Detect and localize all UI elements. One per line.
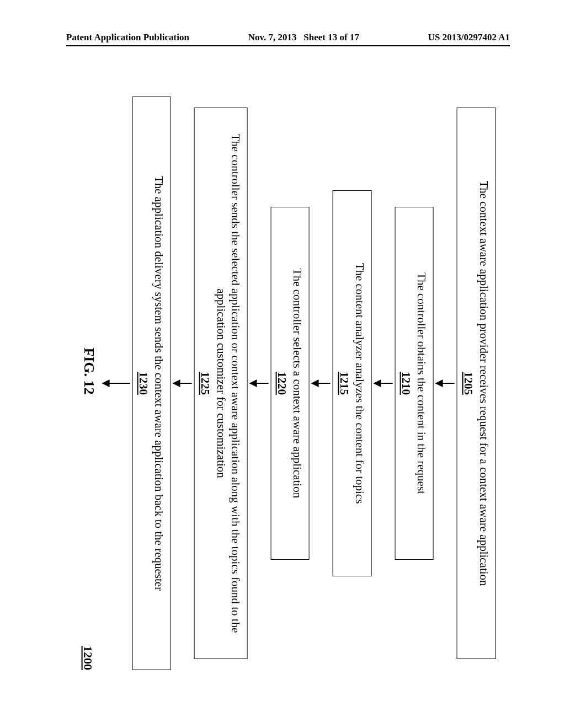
flow-step-ref: 1205 bbox=[461, 120, 475, 646]
flow-arrow bbox=[312, 383, 331, 384]
flow-step-text: The controller selects a context aware a… bbox=[291, 269, 304, 498]
flow-arrow bbox=[250, 383, 269, 384]
flow-step-text: The context aware application provider r… bbox=[477, 180, 491, 586]
flow-step-1230: The application delivery system sends th… bbox=[132, 97, 171, 670]
flow-step-text: The application delivery system sends th… bbox=[152, 176, 166, 591]
flow-step-text: The controller sends the selected applic… bbox=[214, 133, 242, 633]
flow-step-1225: The controller sends the selected applic… bbox=[194, 108, 248, 659]
header-pub-number: US 2013/0297402 A1 bbox=[428, 32, 510, 43]
flow-step-1210: The controller obtains the content in th… bbox=[395, 207, 434, 560]
figure-footer: FIG. 12 1200 bbox=[80, 97, 97, 670]
flow-step-ref: 1210 bbox=[399, 220, 413, 547]
flow-arrow bbox=[173, 383, 192, 384]
rotated-container: The context aware application provider r… bbox=[66, 72, 510, 695]
flow-step-1205: The context aware application provider r… bbox=[457, 108, 496, 659]
flow-step-text: The controller obtains the content in th… bbox=[415, 272, 428, 494]
flow-step-ref: 1225 bbox=[198, 120, 212, 646]
flow-column: The context aware application provider r… bbox=[80, 91, 495, 676]
figure-reference-number: 1200 bbox=[80, 646, 94, 670]
flow-arrow-end bbox=[102, 383, 130, 384]
page-header: Patent Application Publication Nov. 7, 2… bbox=[66, 30, 510, 46]
flow-step-ref: 1215 bbox=[337, 203, 351, 564]
flow-step-1215: The content analyzer analyzes the conten… bbox=[333, 190, 372, 576]
flow-step-ref: 1220 bbox=[275, 220, 289, 547]
patent-page: Patent Application Publication Nov. 7, 2… bbox=[0, 0, 565, 728]
header-sheet: Sheet 13 of 17 bbox=[303, 32, 359, 42]
flow-arrow bbox=[436, 383, 455, 384]
flow-step-ref: 1230 bbox=[136, 109, 150, 657]
drawing-sheet: The context aware application provider r… bbox=[66, 72, 510, 695]
header-publication-label: Patent Application Publication bbox=[66, 32, 189, 43]
flow-arrow bbox=[374, 383, 393, 384]
figure-caption: FIG. 12 bbox=[80, 97, 97, 646]
flow-step-text: The content analyzer analyzes the conten… bbox=[353, 263, 366, 504]
flow-step-1220: The controller selects a context aware a… bbox=[271, 207, 310, 560]
flowchart: The context aware application provider r… bbox=[80, 91, 495, 676]
header-center: Nov. 7, 2013 Sheet 13 of 17 bbox=[189, 32, 418, 43]
header-date: Nov. 7, 2013 bbox=[248, 32, 297, 42]
